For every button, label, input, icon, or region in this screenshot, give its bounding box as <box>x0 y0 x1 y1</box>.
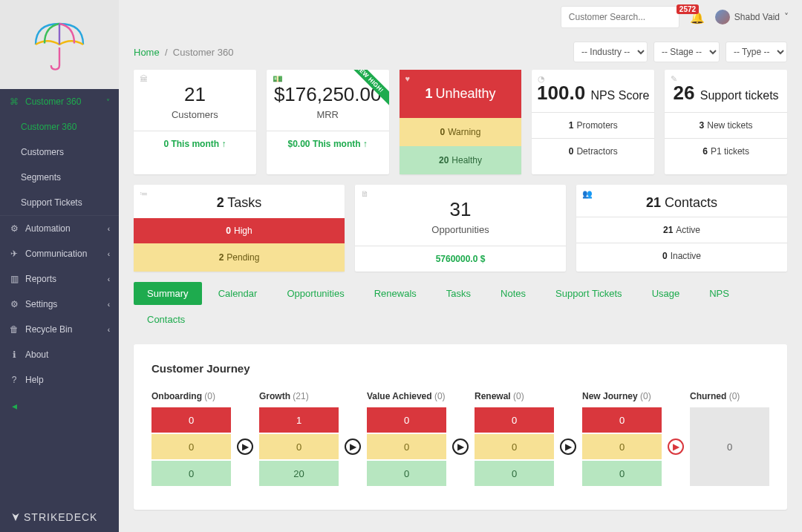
avatar <box>715 10 730 24</box>
nav-about[interactable]: ℹAbout <box>0 342 119 367</box>
brand-icon <box>10 512 21 522</box>
nav-automation[interactable]: ⚙Automation‹ <box>0 215 119 241</box>
nav-reports[interactable]: ▥Reports‹ <box>0 266 119 292</box>
tickets-new: 3New tickets <box>665 112 787 138</box>
nav-recycle-bin[interactable]: 🗑Recycle Bin‹ <box>0 317 119 342</box>
user-menu[interactable]: Shabd Vaid ˅ <box>715 10 789 24</box>
filter-stage[interactable]: -- Stage -- <box>653 42 720 62</box>
brand-footer: STRIKEDECK <box>0 502 119 532</box>
subnav-support-tickets[interactable]: Support Tickets <box>0 190 119 215</box>
tab-summary[interactable]: Summary <box>134 282 202 305</box>
journey-stage-new[interactable]: New Journey (0) 0 0 0 <box>582 391 662 487</box>
nav-settings[interactable]: ⚙Settings‹ <box>0 292 119 317</box>
journey-stage-onboarding[interactable]: Onboarding (0) 0 0 0 <box>151 391 231 487</box>
card-contacts[interactable]: 👥 21 Contacts 21Active 0Inactive <box>576 185 787 272</box>
subbar: Home / Customer 360 -- Industry -- -- St… <box>119 34 802 70</box>
stage-green: 0 <box>367 461 446 486</box>
churned-value: 0 <box>690 407 769 486</box>
card-nps[interactable]: ◔ 100.0 NPS Score 1Promoters 0Detractors <box>532 70 654 174</box>
subnav-label: Customers <box>21 147 64 157</box>
subnav-segments[interactable]: Segments <box>0 165 119 190</box>
nav-label: Reports <box>25 274 56 284</box>
nav-label: About <box>25 349 48 360</box>
nav-help[interactable]: ?Help <box>0 367 119 393</box>
contacts-header: 21 Contacts <box>581 195 783 211</box>
notifications-button[interactable]: 2572 🔔 <box>690 10 705 24</box>
filter-industry[interactable]: -- Industry -- <box>573 42 648 62</box>
contacts-active: 21Active <box>576 217 787 243</box>
journey-row: Onboarding (0) 0 0 0 ▶ Growth (21) 1 0 2… <box>151 391 769 487</box>
breadcrumb-sep: / <box>162 47 170 58</box>
tab-usage[interactable]: Usage <box>639 282 694 305</box>
tab-notes[interactable]: Notes <box>487 282 539 305</box>
journey-stage-churned[interactable]: Churned (0) 0 <box>690 391 769 487</box>
people-icon: 👥 <box>582 189 593 199</box>
subnav-customers[interactable]: Customers <box>0 139 119 165</box>
info-icon: ℹ <box>9 349 19 360</box>
mrr-value: $176,250.00 <box>271 83 385 106</box>
stage-yellow: 0 <box>582 434 662 459</box>
nps-value: 100.0 NPS Score <box>536 82 650 105</box>
opps-total: 5760000.0 $ <box>355 246 566 272</box>
breadcrumb-home[interactable]: Home <box>134 47 160 58</box>
topbar: 2572 🔔 Shabd Vaid ˅ <box>119 0 802 34</box>
opps-label: Opportunities <box>359 224 561 235</box>
nav-communication[interactable]: ✈Communication‹ <box>0 241 119 266</box>
tab-renewals[interactable]: Renewals <box>361 282 430 305</box>
card-customers[interactable]: 🏛 21 Customers 0 This month ↑ <box>134 70 256 174</box>
tab-opportunities[interactable]: Opportunities <box>273 282 357 305</box>
nav-label: Settings <box>25 299 57 309</box>
tabs: Summary Calendar Opportunities Renewals … <box>134 282 787 331</box>
chevron-left-icon: ‹ <box>108 250 110 258</box>
card-health[interactable]: ♥ 1Unhealthy 0Warning 20Healthy <box>400 70 522 174</box>
nav-customer360-sub: Customer 360 Customers Segments Support … <box>0 114 119 215</box>
stage-red: 0 <box>367 407 446 433</box>
card-mrr[interactable]: 💵 NEW HIGH! $176,250.00 MRR $0.00 This m… <box>267 70 389 174</box>
trash-icon: 🗑 <box>9 324 19 335</box>
stage-red: 0 <box>151 407 231 433</box>
card-opportunities[interactable]: 🗎 31 Opportunities 5760000.0 $ <box>355 185 566 272</box>
tab-calendar[interactable]: Calendar <box>205 282 271 305</box>
subnav-customer360[interactable]: Customer 360 <box>0 114 119 139</box>
tickets-value: 26 Support tickets <box>669 82 783 105</box>
nav-customer360[interactable]: ⌘ Customer 360 ˅ <box>0 89 119 114</box>
stage-green: 0 <box>475 461 554 486</box>
gauge-icon: ◔ <box>538 74 545 84</box>
heart-icon: ♥ <box>405 74 411 83</box>
stage-red: 1 <box>259 407 339 433</box>
journey-stage-value[interactable]: Value Achieved (0) 0 0 0 <box>367 391 446 487</box>
filters: -- Industry -- -- Stage -- -- Type -- <box>573 42 787 62</box>
subnav-label: Support Tickets <box>21 197 82 208</box>
chevron-left-icon: ‹ <box>108 225 110 233</box>
tab-nps[interactable]: NPS <box>696 282 743 305</box>
journey-stage-growth[interactable]: Growth (21) 1 0 20 <box>259 391 339 487</box>
tab-tasks[interactable]: Tasks <box>433 282 484 305</box>
breadcrumb: Home / Customer 360 <box>134 47 233 58</box>
logo-area <box>0 0 119 89</box>
help-icon: ? <box>9 375 19 385</box>
arrow-icon: ▶ <box>668 439 684 455</box>
nav-label: Customer 360 <box>25 96 81 107</box>
tab-support-tickets[interactable]: Support Tickets <box>542 282 636 305</box>
nps-detractors: 0Detractors <box>532 138 654 164</box>
health-warning: 0Warning <box>400 118 522 146</box>
content: 🏛 21 Customers 0 This month ↑ 💵 NEW HIGH… <box>119 70 802 532</box>
subnav-label: Customer 360 <box>21 122 76 132</box>
health-unhealthy: 1Unhealthy <box>400 70 522 118</box>
nav-label: Communication <box>25 249 87 259</box>
card-tickets[interactable]: ✎ 26 Support tickets 3New tickets 6P1 ti… <box>665 70 787 174</box>
customer-search-input[interactable] <box>561 6 679 28</box>
stage-green: 0 <box>151 461 231 486</box>
customers-foot: 0 This month ↑ <box>134 131 256 157</box>
chevron-left-icon: ‹ <box>108 275 110 283</box>
notif-badge: 2572 <box>677 4 699 14</box>
card-tasks[interactable]: ≔ 2 Tasks 0High 2Pending <box>134 185 345 272</box>
sidebar-collapse-toggle[interactable]: ◂ <box>0 393 119 419</box>
chevron-left-icon: ‹ <box>108 326 110 334</box>
tab-contacts[interactable]: Contacts <box>134 308 198 331</box>
journey-stage-renewal[interactable]: Renewal (0) 0 0 0 <box>475 391 554 487</box>
filter-type[interactable]: -- Type -- <box>726 42 787 62</box>
dashboard-icon: ⌘ <box>9 96 19 107</box>
list-icon: ≔ <box>140 189 148 199</box>
nav-label: Recycle Bin <box>25 324 72 335</box>
